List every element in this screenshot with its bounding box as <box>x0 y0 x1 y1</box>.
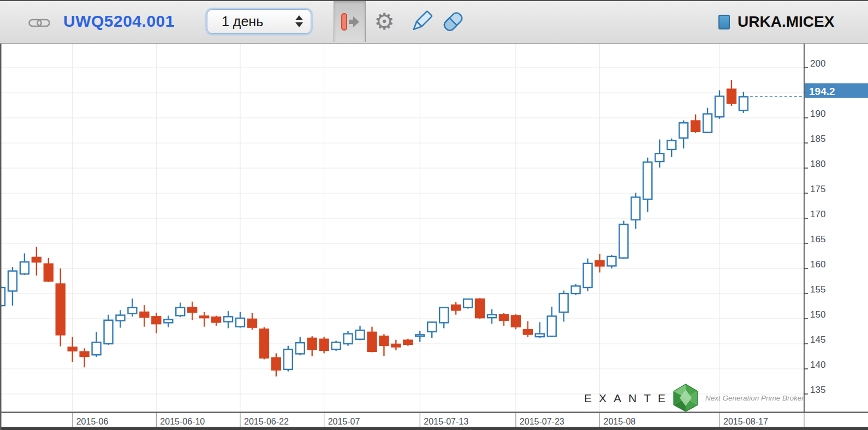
time-tick-label: 2015-08 <box>604 417 636 426</box>
candle <box>164 315 173 327</box>
candle <box>188 302 197 320</box>
price-axis[interactable]: 2001951901851801751701651601551501451401… <box>804 44 868 430</box>
candle-body <box>548 316 556 336</box>
time-tick-label: 2015-08-17 <box>723 417 768 426</box>
candle <box>68 337 77 362</box>
candle-body <box>403 341 412 344</box>
candle <box>703 108 712 133</box>
candle-body <box>463 299 472 308</box>
candle-body <box>679 123 688 138</box>
candle-body <box>128 308 136 314</box>
price-tick-label: 200 <box>810 58 825 69</box>
candle <box>560 290 568 321</box>
candle <box>260 327 269 360</box>
draw-button[interactable] <box>407 1 435 42</box>
last-price-tag-value: 194.2 <box>809 86 835 97</box>
candle-body <box>415 335 424 336</box>
candle-body <box>512 315 520 326</box>
candle <box>619 221 628 259</box>
candle <box>391 340 400 350</box>
candle-body <box>308 338 317 349</box>
candle-body <box>643 162 652 199</box>
candle <box>20 253 29 275</box>
price-tick-label: 160 <box>810 259 825 270</box>
candle-body <box>631 197 640 219</box>
candle-body <box>260 329 269 357</box>
candle <box>691 115 700 133</box>
candle <box>284 346 293 372</box>
time-tick-label: 2015-06-10 <box>160 417 205 426</box>
stepper-down-icon <box>295 22 303 27</box>
price-tick-label: 140 <box>810 360 825 370</box>
candle-body <box>188 308 197 312</box>
candle-body <box>344 334 353 344</box>
candle-body <box>655 153 664 162</box>
candle <box>487 309 496 324</box>
candle-body <box>200 316 209 318</box>
price-tick-label: 135 <box>810 385 825 395</box>
candle-body <box>152 316 160 324</box>
candle-body <box>584 264 592 288</box>
candle-body <box>56 284 65 335</box>
candle-body <box>332 342 341 349</box>
price-tick-label: 170 <box>810 209 825 219</box>
candle <box>631 193 640 229</box>
candle-body <box>212 317 221 322</box>
candle-body <box>116 315 125 321</box>
candle-body <box>164 320 173 323</box>
timeframe-select[interactable]: 1 день <box>207 9 311 34</box>
price-tick-label: 185 <box>810 134 825 144</box>
green-gem-icon <box>674 384 698 411</box>
candle-autoscroll-button[interactable] <box>334 1 366 42</box>
price-tick-label: 190 <box>810 109 825 119</box>
left-window-border <box>0 44 2 430</box>
candle-body <box>427 322 436 331</box>
candle <box>152 313 160 333</box>
link-icon[interactable] <box>28 17 50 28</box>
candle-body <box>475 299 484 318</box>
watermark-brand: EXANTE <box>584 392 673 404</box>
time-tick-label: 2015-07-23 <box>520 417 564 426</box>
watermark: EXANTENext Generation Prime Broker <box>584 384 804 411</box>
candle-body <box>739 97 748 110</box>
time-tick-label: 2015-06-22 <box>244 417 289 426</box>
candle-body <box>140 312 148 317</box>
select-stepper-icon[interactable] <box>295 14 304 28</box>
settings-button[interactable]: ⚙ <box>371 1 397 42</box>
candle-body <box>451 305 460 310</box>
candle-body <box>703 114 712 133</box>
candle <box>236 312 245 328</box>
candle-body <box>32 258 41 262</box>
candle <box>296 337 305 355</box>
symbol-title: UWQ5204.001 <box>63 12 175 31</box>
erase-button[interactable] <box>439 1 466 42</box>
candle <box>367 327 376 353</box>
instrument-square-icon <box>718 15 730 29</box>
candle-body <box>536 334 544 337</box>
candle <box>104 315 113 345</box>
candle-body <box>20 262 29 274</box>
price-chart[interactable]: 2001951901851801751701651601551501451401… <box>0 0 868 430</box>
candle <box>80 348 89 367</box>
candle-body <box>619 224 628 258</box>
candle <box>643 158 652 212</box>
candle <box>224 311 233 328</box>
candle-body <box>320 339 329 350</box>
candle-body <box>176 308 185 316</box>
candle <box>584 259 592 291</box>
candle-body <box>596 261 604 266</box>
price-tick-label: 145 <box>810 335 825 345</box>
candle-body <box>104 320 113 344</box>
candle-body <box>524 330 532 334</box>
candle <box>415 331 424 342</box>
candle <box>524 321 532 337</box>
candle <box>500 313 508 326</box>
time-axis[interactable]: 2015-062015-06-102015-06-222015-072015-0… <box>0 413 868 430</box>
candle <box>572 284 580 295</box>
candle-body <box>44 264 53 281</box>
candle <box>248 313 257 330</box>
candle <box>128 298 136 316</box>
candle <box>463 298 472 308</box>
candle <box>655 140 664 168</box>
candle-body <box>68 347 77 350</box>
